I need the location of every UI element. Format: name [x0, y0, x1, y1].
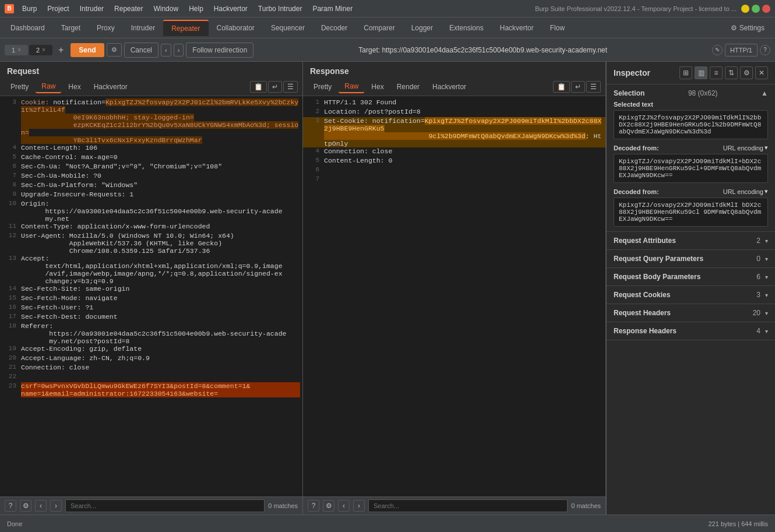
inspector-sort-icon[interactable]: ≡	[710, 66, 723, 79]
inspector-title: Inspector	[614, 68, 679, 77]
request-search-forward[interactable]: ›	[50, 500, 62, 512]
response-code-area[interactable]: 1 HTTP/1.1 302 Found 2 Location: /post?p…	[303, 96, 605, 496]
back-button[interactable]: ‹	[161, 44, 171, 57]
req-menu-btn[interactable]: ☰	[283, 81, 298, 93]
response-headers-header[interactable]: Response Headers 4 ▾	[607, 322, 775, 340]
tab-collaborator[interactable]: Collaborator	[209, 20, 263, 36]
settings-button[interactable]: ⚙	[107, 43, 122, 57]
inspector-layout-2[interactable]: ▥	[695, 66, 707, 79]
decode-value-1: KpixgTZJ/osvapy2X2PJO09miTdkMlI+bDX2c88X…	[614, 154, 768, 183]
request-headers-section: Request Headers 20 ▾	[607, 304, 775, 322]
req-tab-pretty[interactable]: Pretty	[5, 81, 34, 93]
pencil-icon[interactable]: ✎	[712, 45, 723, 55]
response-tab-bar: Pretty Raw Hex Render Hackvertor 📋 ↵ ☰	[303, 78, 605, 96]
menu-burp[interactable]: Burp	[17, 3, 41, 14]
tab-hackvertor[interactable]: Hackvertor	[492, 20, 542, 36]
request-headers-header[interactable]: Request Headers 20 ▾	[607, 304, 775, 322]
tab-logger[interactable]: Logger	[403, 20, 441, 36]
tab-flow[interactable]: Flow	[542, 20, 573, 36]
send-button[interactable]: Send	[71, 43, 104, 57]
req-save-btn[interactable]: 📋	[250, 81, 267, 93]
resp-wrap-btn[interactable]: ↵	[571, 81, 585, 93]
decode-type-1[interactable]: URL encoding ▾	[723, 144, 768, 152]
resp-tab-hex[interactable]: Hex	[365, 81, 389, 93]
request-code-area[interactable]: 3 Cookie: notification=KpixgTZJ%2fosvapy…	[0, 96, 302, 496]
inspector-layout-1[interactable]: ⊞	[679, 66, 692, 79]
menu-help[interactable]: Help	[184, 3, 208, 14]
close-button[interactable]: ✕	[762, 5, 770, 13]
req-tab-hex[interactable]: Hex	[62, 81, 86, 93]
tab-decoder[interactable]: Decoder	[313, 20, 355, 36]
response-settings-icon[interactable]: ⚙	[323, 500, 334, 512]
request-cookies-header[interactable]: Request Cookies 3 ▾	[607, 286, 775, 304]
tab-2-close[interactable]: ×	[42, 47, 45, 53]
request-tab-2[interactable]: 2 ×	[29, 45, 52, 55]
req-tab-hackvertor[interactable]: Hackvertor	[88, 81, 133, 93]
follow-redirect-button[interactable]: Follow redirection	[186, 43, 253, 58]
resp-save-btn[interactable]: 📋	[553, 81, 570, 93]
request-query-params-section: Request Query Parameters 0 ▾	[607, 250, 775, 268]
collapse-icon[interactable]: ▲	[761, 89, 768, 97]
inspector-split-icon[interactable]: ⇅	[725, 66, 738, 79]
request-body-params-section: Request Body Parameters 6 ▾	[607, 268, 775, 286]
req-tab-raw[interactable]: Raw	[36, 80, 61, 93]
chevron-right-icon-3: ▾	[765, 274, 768, 280]
chevron-right-icon-6: ▾	[765, 328, 768, 334]
req-wrap-btn[interactable]: ↵	[268, 81, 282, 93]
tab-sequencer[interactable]: Sequencer	[263, 20, 313, 36]
inspector-close-icon[interactable]: ✕	[755, 66, 768, 79]
request-help-icon[interactable]: ?	[5, 500, 16, 512]
response-search-forward[interactable]: ›	[353, 500, 365, 512]
code-line: 13 Accept: text/html,application/xhtml+x…	[0, 255, 302, 285]
minimize-button[interactable]: ─	[741, 5, 749, 13]
chevron-right-icon-2: ▾	[765, 256, 768, 262]
request-search-back[interactable]: ‹	[35, 500, 47, 512]
menu-window[interactable]: Window	[149, 3, 183, 14]
request-search-input[interactable]	[65, 499, 265, 512]
code-line: 2 Location: /post?postId=8	[303, 108, 605, 117]
request-body-params-header[interactable]: Request Body Parameters 6 ▾	[607, 268, 775, 286]
tab-settings[interactable]: ⚙ Settings	[723, 20, 773, 36]
menu-param[interactable]: Param Miner	[308, 3, 357, 14]
cancel-button[interactable]: Cancel	[124, 43, 158, 58]
request-attributes-header[interactable]: Request Attributes 2 ▾	[607, 232, 775, 249]
response-search-back[interactable]: ‹	[338, 500, 350, 512]
request-settings-icon[interactable]: ⚙	[20, 500, 31, 512]
add-tab-button[interactable]: +	[54, 43, 68, 57]
tab-dashboard[interactable]: Dashboard	[2, 20, 53, 36]
tab-repeater[interactable]: Repeater	[163, 20, 208, 36]
response-search-input[interactable]	[368, 499, 568, 512]
code-line: 5 Content-Length: 0	[303, 157, 605, 166]
selection-title: Selection	[614, 89, 644, 97]
resp-tab-render[interactable]: Render	[391, 81, 425, 93]
tab-intruder[interactable]: Intruder	[123, 20, 163, 36]
code-line: 1 HTTP/1.1 302 Found	[303, 98, 605, 108]
response-help-icon[interactable]: ?	[308, 500, 319, 512]
menu-intruder[interactable]: Intruder	[75, 3, 108, 14]
decode-type-2[interactable]: URL encoding ▾	[723, 188, 768, 195]
forward-button[interactable]: ›	[174, 44, 184, 57]
tab-proxy[interactable]: Proxy	[89, 20, 123, 36]
menu-hackvertor[interactable]: Hackvertor	[209, 3, 252, 14]
window-controls: ─ □ ✕	[741, 5, 770, 13]
request-query-params-header[interactable]: Request Query Parameters 0 ▾	[607, 250, 775, 267]
help-icon[interactable]: ?	[760, 45, 770, 55]
menu-repeater[interactable]: Repeater	[110, 3, 147, 14]
resp-tab-raw[interactable]: Raw	[339, 80, 364, 93]
tab-extensions[interactable]: Extensions	[441, 20, 492, 36]
code-line: 6 Sec-Ch-Ua: "Not?A_Brand";v="8", "Chrom…	[0, 163, 302, 172]
inspector-settings-icon[interactable]: ⚙	[740, 66, 753, 79]
menu-project[interactable]: Project	[43, 3, 73, 14]
resp-tab-pretty[interactable]: Pretty	[308, 81, 337, 93]
maximize-button[interactable]: □	[752, 5, 760, 13]
menu-turbo[interactable]: Turbo Intruder	[253, 3, 307, 14]
titlebar: B Burp Project Intruder Repeater Window …	[0, 0, 775, 17]
nav-tabs: Dashboard Target Proxy Intruder Repeater…	[0, 17, 775, 38]
request-tab-1[interactable]: 1 ×	[5, 45, 28, 55]
resp-tab-hackvertor[interactable]: Hackvertor	[427, 81, 472, 93]
resp-menu-btn[interactable]: ☰	[586, 81, 601, 93]
tab-comparer[interactable]: Comparer	[355, 20, 403, 36]
tab-target[interactable]: Target	[53, 20, 89, 36]
request-header: Request	[0, 62, 302, 78]
tab-1-close[interactable]: ×	[17, 47, 21, 53]
